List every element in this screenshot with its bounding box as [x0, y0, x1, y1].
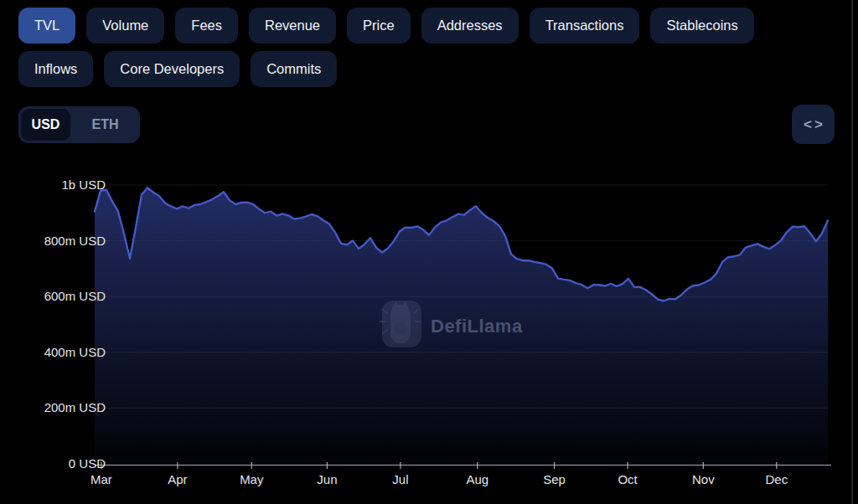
x-tick-label: Jul [392, 472, 408, 486]
y-tick-label: 1b USD [61, 177, 106, 192]
y-tick-label: 800m USD [44, 234, 106, 248]
y-tick-label: 400m USD [44, 345, 106, 359]
watermark-text: DefiLlama [431, 316, 523, 337]
x-tick-label: Apr [168, 472, 187, 486]
y-tick-label: 200m USD [44, 400, 106, 414]
y-tick-label: 0 USD [69, 456, 106, 471]
right-edge-divider [851, 0, 853, 504]
x-tick-label: Dec [765, 472, 788, 486]
x-tick-label: Mar [90, 472, 112, 486]
x-tick-label: Sep [543, 472, 566, 486]
x-tick-label: Aug [466, 472, 488, 486]
tvl-area-chart[interactable]: MarAprMayJunJulAugSepOctNovDec0 USD200m … [0, 0, 858, 504]
y-tick-label: 600m USD [44, 289, 106, 303]
x-tick-label: Oct [618, 472, 638, 486]
x-tick-label: Nov [692, 472, 715, 486]
x-tick-label: Jun [317, 472, 337, 486]
x-tick-label: May [240, 472, 264, 486]
